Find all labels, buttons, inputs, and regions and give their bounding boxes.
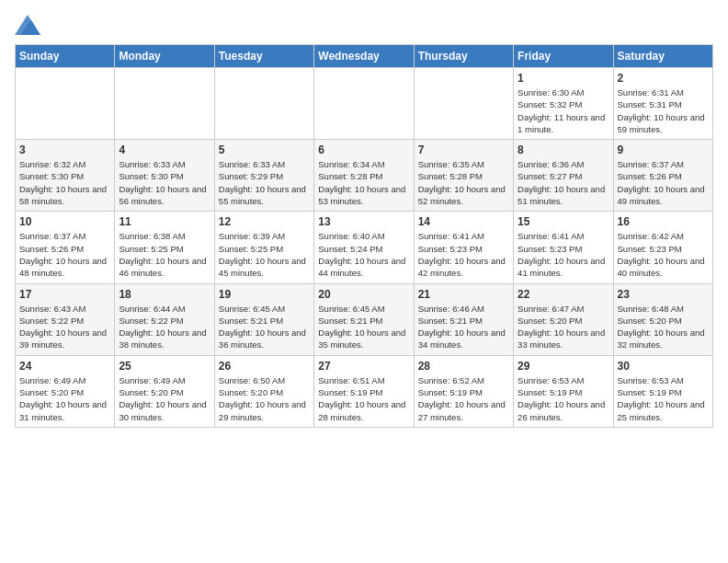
day-number: 25 — [119, 360, 210, 373]
calendar-cell: 30Sunrise: 6:53 AM Sunset: 5:19 PM Dayli… — [613, 355, 712, 427]
day-number: 7 — [418, 144, 509, 156]
day-info: Sunrise: 6:34 AM Sunset: 5:28 PM Dayligh… — [318, 158, 409, 207]
day-info: Sunrise: 6:50 AM Sunset: 5:20 PM Dayligh… — [219, 374, 310, 423]
day-info: Sunrise: 6:31 AM Sunset: 5:31 PM Dayligh… — [618, 86, 709, 135]
weekday-header-monday: Monday — [115, 45, 214, 68]
day-info: Sunrise: 6:53 AM Sunset: 5:19 PM Dayligh… — [618, 374, 709, 423]
calendar-cell: 23Sunrise: 6:48 AM Sunset: 5:20 PM Dayli… — [613, 283, 712, 355]
calendar-cell: 17Sunrise: 6:43 AM Sunset: 5:22 PM Dayli… — [16, 283, 115, 355]
calendar-cell: 13Sunrise: 6:40 AM Sunset: 5:24 PM Dayli… — [314, 212, 414, 283]
calendar-cell — [16, 68, 115, 140]
calendar-cell: 26Sunrise: 6:50 AM Sunset: 5:20 PM Dayli… — [214, 355, 313, 427]
day-info: Sunrise: 6:37 AM Sunset: 5:26 PM Dayligh… — [618, 158, 709, 207]
day-number: 29 — [518, 360, 609, 373]
day-info: Sunrise: 6:39 AM Sunset: 5:25 PM Dayligh… — [219, 230, 310, 279]
calendar-cell: 25Sunrise: 6:49 AM Sunset: 5:20 PM Dayli… — [115, 355, 214, 427]
day-info: Sunrise: 6:36 AM Sunset: 5:27 PM Dayligh… — [518, 158, 609, 207]
day-number: 13 — [318, 215, 409, 228]
day-number: 11 — [119, 215, 210, 228]
day-info: Sunrise: 6:49 AM Sunset: 5:20 PM Dayligh… — [119, 374, 210, 423]
weekday-header-wednesday: Wednesday — [314, 45, 414, 68]
day-info: Sunrise: 6:48 AM Sunset: 5:20 PM Dayligh… — [618, 303, 709, 351]
calendar-cell: 22Sunrise: 6:47 AM Sunset: 5:20 PM Dayli… — [514, 283, 613, 355]
day-number: 12 — [219, 215, 310, 228]
weekday-header-saturday: Saturday — [613, 45, 712, 68]
day-number: 17 — [19, 288, 110, 301]
day-info: Sunrise: 6:30 AM Sunset: 5:32 PM Dayligh… — [518, 86, 609, 135]
day-number: 8 — [518, 144, 609, 156]
page-header — [15, 15, 713, 35]
day-number: 16 — [618, 215, 709, 228]
day-info: Sunrise: 6:53 AM Sunset: 5:19 PM Dayligh… — [518, 374, 609, 423]
calendar-week-5: 24Sunrise: 6:49 AM Sunset: 5:20 PM Dayli… — [16, 355, 713, 427]
weekday-header-thursday: Thursday — [414, 45, 513, 68]
day-info: Sunrise: 6:41 AM Sunset: 5:23 PM Dayligh… — [418, 230, 509, 279]
logo-icon — [15, 15, 40, 35]
day-number: 19 — [219, 288, 310, 301]
calendar-week-1: 1Sunrise: 6:30 AM Sunset: 5:32 PM Daylig… — [16, 68, 713, 140]
day-info: Sunrise: 6:38 AM Sunset: 5:25 PM Dayligh… — [119, 230, 210, 279]
calendar-cell: 8Sunrise: 6:36 AM Sunset: 5:27 PM Daylig… — [514, 140, 613, 212]
day-number: 21 — [418, 288, 509, 301]
calendar-cell: 21Sunrise: 6:46 AM Sunset: 5:21 PM Dayli… — [414, 283, 513, 355]
day-info: Sunrise: 6:43 AM Sunset: 5:22 PM Dayligh… — [19, 303, 110, 351]
calendar-cell: 18Sunrise: 6:44 AM Sunset: 5:22 PM Dayli… — [115, 283, 214, 355]
calendar-cell: 12Sunrise: 6:39 AM Sunset: 5:25 PM Dayli… — [214, 212, 313, 283]
day-number: 27 — [318, 360, 409, 373]
calendar-cell — [314, 68, 414, 140]
day-number: 28 — [418, 360, 509, 373]
calendar-cell: 20Sunrise: 6:45 AM Sunset: 5:21 PM Dayli… — [314, 283, 414, 355]
day-info: Sunrise: 6:33 AM Sunset: 5:30 PM Dayligh… — [119, 158, 210, 207]
day-info: Sunrise: 6:45 AM Sunset: 5:21 PM Dayligh… — [219, 303, 310, 351]
calendar-cell: 28Sunrise: 6:52 AM Sunset: 5:19 PM Dayli… — [414, 355, 513, 427]
calendar-cell: 11Sunrise: 6:38 AM Sunset: 5:25 PM Dayli… — [115, 212, 214, 283]
day-info: Sunrise: 6:37 AM Sunset: 5:26 PM Dayligh… — [19, 230, 110, 279]
day-info: Sunrise: 6:32 AM Sunset: 5:30 PM Dayligh… — [19, 158, 110, 207]
calendar-cell: 10Sunrise: 6:37 AM Sunset: 5:26 PM Dayli… — [16, 212, 115, 283]
calendar-cell — [414, 68, 513, 140]
day-info: Sunrise: 6:42 AM Sunset: 5:23 PM Dayligh… — [618, 230, 709, 279]
day-number: 2 — [618, 72, 709, 85]
calendar-week-2: 3Sunrise: 6:32 AM Sunset: 5:30 PM Daylig… — [16, 140, 713, 212]
day-info: Sunrise: 6:51 AM Sunset: 5:19 PM Dayligh… — [318, 374, 409, 423]
weekday-header-tuesday: Tuesday — [214, 45, 313, 68]
day-info: Sunrise: 6:44 AM Sunset: 5:22 PM Dayligh… — [119, 303, 210, 351]
calendar-cell: 1Sunrise: 6:30 AM Sunset: 5:32 PM Daylig… — [514, 68, 613, 140]
calendar-cell: 27Sunrise: 6:51 AM Sunset: 5:19 PM Dayli… — [314, 355, 414, 427]
calendar-cell: 24Sunrise: 6:49 AM Sunset: 5:20 PM Dayli… — [16, 355, 115, 427]
day-number: 18 — [119, 288, 210, 301]
day-info: Sunrise: 6:41 AM Sunset: 5:23 PM Dayligh… — [518, 230, 609, 279]
calendar-table: SundayMondayTuesdayWednesdayThursdayFrid… — [15, 44, 713, 428]
calendar-cell: 5Sunrise: 6:33 AM Sunset: 5:29 PM Daylig… — [214, 140, 313, 212]
calendar-cell: 29Sunrise: 6:53 AM Sunset: 5:19 PM Dayli… — [514, 355, 613, 427]
day-info: Sunrise: 6:47 AM Sunset: 5:20 PM Dayligh… — [518, 303, 609, 351]
calendar-cell: 14Sunrise: 6:41 AM Sunset: 5:23 PM Dayli… — [414, 212, 513, 283]
day-number: 1 — [518, 72, 609, 85]
day-number: 23 — [618, 288, 709, 301]
day-number: 3 — [19, 144, 110, 156]
day-number: 24 — [19, 360, 110, 373]
day-number: 22 — [518, 288, 609, 301]
day-info: Sunrise: 6:46 AM Sunset: 5:21 PM Dayligh… — [418, 303, 509, 351]
weekday-header-sunday: Sunday — [16, 45, 115, 68]
day-number: 6 — [318, 144, 409, 156]
day-info: Sunrise: 6:52 AM Sunset: 5:19 PM Dayligh… — [418, 374, 509, 423]
day-number: 5 — [219, 144, 310, 156]
calendar-cell: 9Sunrise: 6:37 AM Sunset: 5:26 PM Daylig… — [613, 140, 712, 212]
calendar-header-row: SundayMondayTuesdayWednesdayThursdayFrid… — [16, 45, 713, 68]
logo — [15, 15, 44, 35]
day-info: Sunrise: 6:40 AM Sunset: 5:24 PM Dayligh… — [318, 230, 409, 279]
day-number: 26 — [219, 360, 310, 373]
day-number: 15 — [518, 215, 609, 228]
day-info: Sunrise: 6:49 AM Sunset: 5:20 PM Dayligh… — [19, 374, 110, 423]
calendar-cell: 2Sunrise: 6:31 AM Sunset: 5:31 PM Daylig… — [613, 68, 712, 140]
calendar-cell: 16Sunrise: 6:42 AM Sunset: 5:23 PM Dayli… — [613, 212, 712, 283]
calendar-week-3: 10Sunrise: 6:37 AM Sunset: 5:26 PM Dayli… — [16, 212, 713, 283]
day-number: 30 — [618, 360, 709, 373]
day-info: Sunrise: 6:45 AM Sunset: 5:21 PM Dayligh… — [318, 303, 409, 351]
calendar-cell: 15Sunrise: 6:41 AM Sunset: 5:23 PM Dayli… — [514, 212, 613, 283]
calendar-cell: 7Sunrise: 6:35 AM Sunset: 5:28 PM Daylig… — [414, 140, 513, 212]
day-info: Sunrise: 6:35 AM Sunset: 5:28 PM Dayligh… — [418, 158, 509, 207]
day-number: 4 — [119, 144, 210, 156]
calendar-cell: 3Sunrise: 6:32 AM Sunset: 5:30 PM Daylig… — [16, 140, 115, 212]
